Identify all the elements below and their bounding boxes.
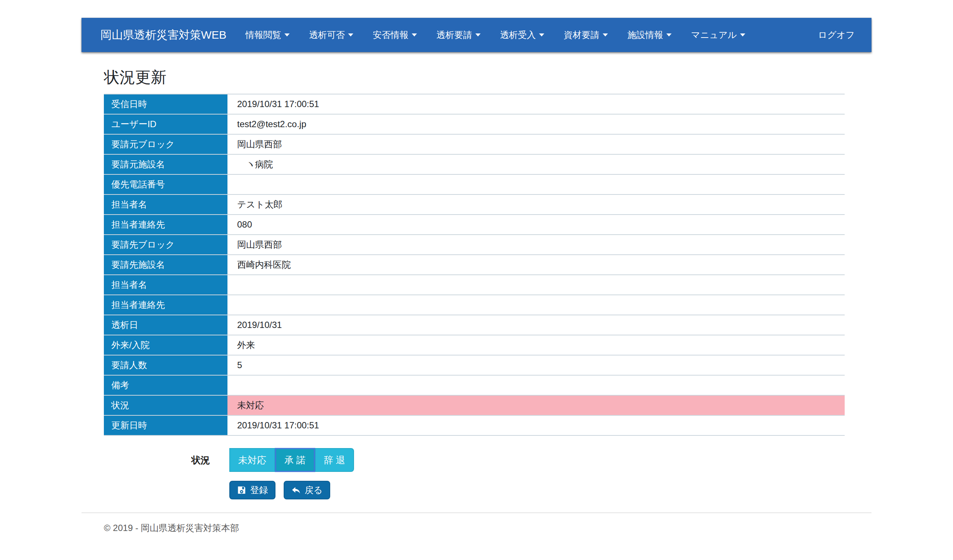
row-label: 担当者名 [104, 275, 227, 295]
row-contact-person-phone: 担当者連絡先 080 [104, 215, 845, 235]
row-requested-people-count: 要請人数 5 [104, 355, 845, 375]
row-label: 受信日時 [104, 94, 227, 114]
save-button[interactable]: 登録 [229, 481, 275, 500]
nav-item-label: 透析要請 [436, 29, 472, 41]
status-button-group: 未対応 承 諾 辞 退 [229, 448, 354, 472]
status-selector-row: 状況 未対応 承 諾 辞 退 [191, 448, 849, 472]
navbar-brand[interactable]: 岡山県透析災害対策WEB [101, 28, 226, 43]
row-label: 備考 [104, 375, 227, 395]
row-label: 要請先施設名 [104, 255, 227, 275]
status-option-accept[interactable]: 承 諾 [275, 448, 315, 472]
back-button[interactable]: 戻る [284, 481, 330, 500]
caret-down-icon [666, 34, 672, 36]
caret-down-icon [284, 34, 290, 36]
page: 岡山県透析災害対策WEB 情報閲覧 透析可否 安否情報 [0, 0, 953, 560]
nav-item-label: 安否情報 [373, 29, 408, 41]
row-value: テスト太郎 [227, 195, 845, 215]
main-content: 状況更新 受信日時 2019/10/31 17:00:51 ユーザーID tes… [82, 68, 871, 500]
row-value: 外来 [227, 335, 845, 355]
row-updated-datetime: 更新日時 2019/10/31 17:00:51 [104, 415, 845, 435]
row-label: 担当者名 [104, 195, 227, 215]
status-detail-table: 受信日時 2019/10/31 17:00:51 ユーザーID test2@te… [104, 94, 845, 436]
nav-item-label: 情報閲覧 [245, 29, 281, 41]
row-outpatient-inpatient: 外来/入院 外来 [104, 335, 845, 355]
nav-item-label: 透析受入 [500, 29, 536, 41]
row-remarks: 備考 [104, 375, 845, 395]
status-selector-label: 状況 [191, 454, 210, 466]
save-icon [237, 485, 247, 495]
row-value: 西崎内科医院 [227, 255, 845, 275]
row-value [227, 275, 845, 295]
row-value: 2019/10/31 17:00:51 [227, 94, 845, 114]
nav-item-information-view[interactable]: 情報閲覧 [245, 29, 290, 41]
row-user-id: ユーザーID test2@test2.co.jp [104, 114, 845, 134]
row-label: 外来/入院 [104, 335, 227, 355]
row-requested-contact-phone: 担当者連絡先 [104, 295, 845, 315]
nav-item-material-request[interactable]: 資材要請 [563, 29, 608, 41]
caret-down-icon [539, 34, 544, 36]
row-label: 要請元ブロック [104, 134, 227, 154]
caret-down-icon [603, 34, 608, 36]
row-label: 透析日 [104, 315, 227, 335]
nav-item-dialysis-availability[interactable]: 透析可否 [309, 29, 353, 41]
row-requesting-facility: 要請元施設名 ヽ病院 [104, 154, 845, 175]
row-label: 担当者連絡先 [104, 295, 227, 315]
row-label: 要請元施設名 [104, 154, 227, 175]
caret-down-icon [412, 34, 417, 36]
action-button-row: 登録 戻る [229, 481, 849, 500]
row-label: 状況 [104, 395, 227, 415]
row-value: 未対応 [227, 395, 845, 415]
copyright-text: © 2019 - 岡山県透析災害対策本部 [104, 522, 849, 534]
back-arrow-icon [291, 485, 301, 495]
nav-item-label: マニュアル [691, 29, 737, 41]
row-value: 080 [227, 215, 845, 235]
back-button-label: 戻る [304, 484, 323, 496]
footer: © 2019 - 岡山県透析災害対策本部 [82, 513, 871, 534]
nav-item-label: 透析可否 [309, 29, 345, 41]
nav-item-safety-info[interactable]: 安否情報 [373, 29, 417, 41]
row-value: 5 [227, 355, 845, 375]
logoff-button[interactable]: ログオフ [818, 29, 855, 41]
row-received-datetime: 受信日時 2019/10/31 17:00:51 [104, 94, 845, 114]
status-option-decline[interactable]: 辞 退 [315, 448, 354, 472]
row-label: 要請先ブロック [104, 235, 227, 255]
row-label: ユーザーID [104, 114, 227, 134]
row-value [227, 375, 845, 395]
row-value: 岡山県西部 [227, 134, 845, 154]
row-contact-person-name: 担当者名 テスト太郎 [104, 195, 845, 215]
row-label: 担当者連絡先 [104, 215, 227, 235]
nav-item-label: 資材要請 [563, 29, 599, 41]
page-title: 状況更新 [104, 68, 849, 86]
top-navbar: 岡山県透析災害対策WEB 情報閲覧 透析可否 安否情報 [82, 18, 871, 52]
row-dialysis-date: 透析日 2019/10/31 [104, 315, 845, 335]
row-value: test2@test2.co.jp [227, 114, 845, 134]
row-priority-phone: 優先電話番号 [104, 175, 845, 195]
row-value: ヽ病院 [227, 154, 845, 175]
caret-down-icon [740, 34, 745, 36]
row-requesting-block: 要請元ブロック 岡山県西部 [104, 134, 845, 154]
nav-item-dialysis-request[interactable]: 透析要請 [436, 29, 481, 41]
row-requested-block: 要請先ブロック 岡山県西部 [104, 235, 845, 255]
row-value: 岡山県西部 [227, 235, 845, 255]
row-requested-contact-name: 担当者名 [104, 275, 845, 295]
row-requested-facility: 要請先施設名 西崎内科医院 [104, 255, 845, 275]
status-option-not-handled[interactable]: 未対応 [229, 448, 275, 472]
row-label: 要請人数 [104, 355, 227, 375]
row-value [227, 175, 845, 195]
caret-down-icon [348, 34, 353, 36]
save-button-label: 登録 [250, 484, 268, 496]
row-value: 2019/10/31 [227, 315, 845, 335]
nav-item-facility-info[interactable]: 施設情報 [627, 29, 672, 41]
navbar-menu: 情報閲覧 透析可否 安否情報 透析要請 [245, 29, 745, 41]
row-value: 2019/10/31 17:00:51 [227, 415, 845, 435]
nav-item-manual[interactable]: マニュアル [691, 29, 745, 41]
row-label: 優先電話番号 [104, 175, 227, 195]
nav-item-label: 施設情報 [627, 29, 663, 41]
caret-down-icon [475, 34, 481, 36]
row-label: 更新日時 [104, 415, 227, 435]
row-value [227, 295, 845, 315]
nav-item-dialysis-acceptance[interactable]: 透析受入 [500, 29, 544, 41]
row-status: 状況 未対応 [104, 395, 845, 415]
